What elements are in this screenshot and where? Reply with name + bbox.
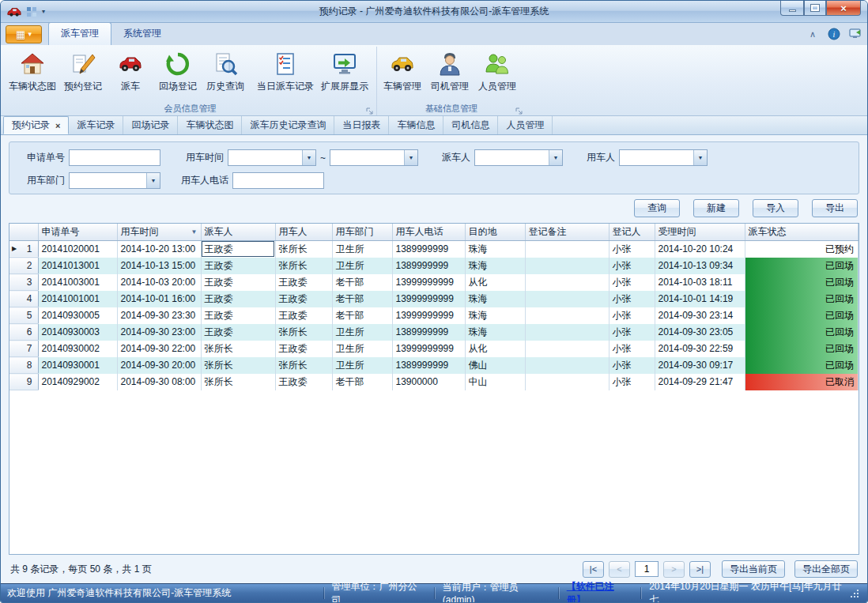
grid-cell[interactable]: 小张 xyxy=(609,324,655,341)
minimize-button[interactable] xyxy=(780,1,804,16)
grid-cell[interactable]: 从化 xyxy=(465,274,525,291)
column-header[interactable]: 用车部门 xyxy=(332,224,392,240)
grid-cell[interactable]: 2014-09-30 22:59 xyxy=(655,341,745,357)
grid-cell[interactable]: 珠海 xyxy=(465,307,525,324)
dispatcher-select[interactable]: ▼ xyxy=(474,149,563,166)
phone-input[interactable] xyxy=(232,172,324,189)
dispatch-button[interactable]: 派车 xyxy=(107,47,154,93)
next-page-button[interactable]: > xyxy=(663,561,685,578)
resize-grip[interactable] xyxy=(850,589,859,598)
grid-cell[interactable]: 王政委 xyxy=(275,374,332,390)
doc-tab-vehicle-info[interactable]: 车辆信息 xyxy=(389,116,443,134)
export-current-page-button[interactable]: 导出当前页 xyxy=(722,560,785,578)
grid-cell[interactable]: 1389999999 xyxy=(392,324,465,341)
grid-cell[interactable]: 2014-10-03 20:00 xyxy=(117,274,201,291)
display-settings-icon[interactable] xyxy=(848,28,862,40)
first-page-button[interactable]: |< xyxy=(583,561,604,578)
status-cell[interactable]: 已回场 xyxy=(745,357,859,374)
dialog-launcher-icon[interactable] xyxy=(515,107,523,115)
grid-cell[interactable]: 2014-10-01 16:00 xyxy=(117,291,201,307)
grid-cell[interactable] xyxy=(525,291,609,307)
row-header[interactable]: 7 xyxy=(9,341,38,357)
personnel-management-button[interactable]: 人员管理 xyxy=(474,47,521,93)
column-header[interactable]: 登记备注 xyxy=(525,224,609,240)
grid-cell[interactable]: 2014-09-30 09:17 xyxy=(655,357,745,374)
grid-cell[interactable]: 小张 xyxy=(609,291,655,307)
grid-cell[interactable]: 从化 xyxy=(465,341,525,357)
grid-cell[interactable]: 张所长 xyxy=(275,357,332,374)
grid-cell[interactable] xyxy=(525,374,609,390)
grid-cell[interactable] xyxy=(525,307,609,324)
today-dispatch-records-button[interactable]: 当日派车记录 xyxy=(253,47,318,93)
grid-cell[interactable]: 13999999999 xyxy=(392,307,465,324)
quick-access-toolbar-icon[interactable] xyxy=(26,6,37,17)
grid-cell[interactable]: 2014-09-30 22:00 xyxy=(117,341,201,357)
grid-cell[interactable]: 张所长 xyxy=(275,258,332,274)
grid-cell[interactable]: 2014-10-20 10:24 xyxy=(655,240,745,258)
grid-cell[interactable]: 王政委 xyxy=(275,291,332,307)
grid-cell[interactable]: 老干部 xyxy=(332,274,392,291)
grid-cell[interactable]: 卫生所 xyxy=(332,341,392,357)
grid-cell[interactable]: 张所长 xyxy=(201,341,275,357)
grid-cell[interactable]: 2014-09-30 23:05 xyxy=(655,324,745,341)
doc-tab-dispatch-history-query[interactable]: 派车历史记录查询 xyxy=(242,116,334,134)
grid-cell[interactable]: 2014-10-13 15:00 xyxy=(117,258,201,274)
column-header[interactable]: 登记人 xyxy=(609,224,655,240)
grid-cell[interactable]: 小张 xyxy=(609,258,655,274)
chevron-down-icon[interactable]: ▼ xyxy=(404,150,417,165)
grid-cell[interactable]: 1389999999 xyxy=(392,240,465,258)
status-cell[interactable]: 已回场 xyxy=(745,274,859,291)
column-header[interactable]: 派车状态 xyxy=(745,224,859,240)
grid-cell[interactable]: 1389999999 xyxy=(392,357,465,374)
grid-cell[interactable]: 20141003001 xyxy=(38,274,117,291)
use-time-to-input[interactable] xyxy=(330,150,404,165)
create-button[interactable]: 新建 xyxy=(693,199,739,217)
grid-cell[interactable]: 20140930003 xyxy=(38,324,117,341)
use-time-to-select[interactable]: ▼ xyxy=(330,149,418,166)
grid-cell[interactable]: 小张 xyxy=(609,357,655,374)
column-header[interactable]: 派车人 xyxy=(201,224,275,240)
grid-cell[interactable]: 小张 xyxy=(609,274,655,291)
user-input[interactable] xyxy=(620,150,693,165)
status-cell[interactable]: 已回场 xyxy=(745,324,859,341)
grid-cell[interactable]: 王政委 xyxy=(201,324,275,341)
grid-cell[interactable]: 13999999999 xyxy=(392,291,465,307)
row-header[interactable]: 5 xyxy=(9,307,38,324)
grid-cell[interactable]: 20141013001 xyxy=(38,258,117,274)
help-icon[interactable]: i xyxy=(827,28,841,40)
grid-cell[interactable]: 2014-10-03 18:11 xyxy=(655,274,745,291)
grid-cell[interactable] xyxy=(525,240,609,258)
grid-cell[interactable]: 老干部 xyxy=(332,307,392,324)
status-cell[interactable]: 已回场 xyxy=(745,341,859,357)
query-button[interactable]: 查询 xyxy=(634,199,680,217)
extended-screen-button[interactable]: 扩展屏显示 xyxy=(318,47,372,93)
status-cell[interactable]: 已回场 xyxy=(745,291,859,307)
history-query-button[interactable]: 历史查询 xyxy=(202,47,249,93)
grid-cell[interactable]: 珠海 xyxy=(465,240,525,258)
grid-cell[interactable] xyxy=(525,341,609,357)
grid-cell[interactable]: 2014-09-29 21:47 xyxy=(655,374,745,390)
ribbon-tab-system-management[interactable]: 系统管理 xyxy=(111,23,173,45)
collapse-ribbon-icon[interactable]: ∧ xyxy=(806,28,820,40)
quick-access-dropdown-icon[interactable]: ▾ xyxy=(42,8,45,15)
grid-cell[interactable] xyxy=(525,258,609,274)
grid-cell[interactable]: 老干部 xyxy=(332,291,392,307)
row-header[interactable]: 2 xyxy=(9,258,38,274)
doc-tab-vehicle-status-map[interactable]: 车辆状态图 xyxy=(178,116,242,134)
grid-cell[interactable]: 20140930002 xyxy=(38,341,117,357)
grid-cell[interactable]: 2014-09-30 08:00 xyxy=(117,374,201,390)
grid-cell[interactable]: 张所长 xyxy=(201,374,275,390)
grid-cell[interactable]: 20140930005 xyxy=(38,307,117,324)
row-header[interactable]: 4 xyxy=(9,291,38,307)
grid-cell[interactable]: 王政委 xyxy=(201,291,275,307)
row-header[interactable]: ▶1 xyxy=(9,240,38,258)
grid-cell[interactable]: 2014-10-01 14:19 xyxy=(655,291,745,307)
grid-cell[interactable]: 13900000 xyxy=(392,374,465,390)
apply-no-input[interactable] xyxy=(69,149,160,166)
grid-cell[interactable]: 卫生所 xyxy=(332,240,392,258)
grid-cell[interactable]: 王政委 xyxy=(201,240,275,258)
chevron-down-icon[interactable]: ▼ xyxy=(693,150,707,165)
use-time-from-select[interactable]: ▼ xyxy=(228,149,316,166)
row-header[interactable]: 9 xyxy=(9,374,38,390)
column-filter-icon[interactable]: ▼ xyxy=(191,228,198,236)
